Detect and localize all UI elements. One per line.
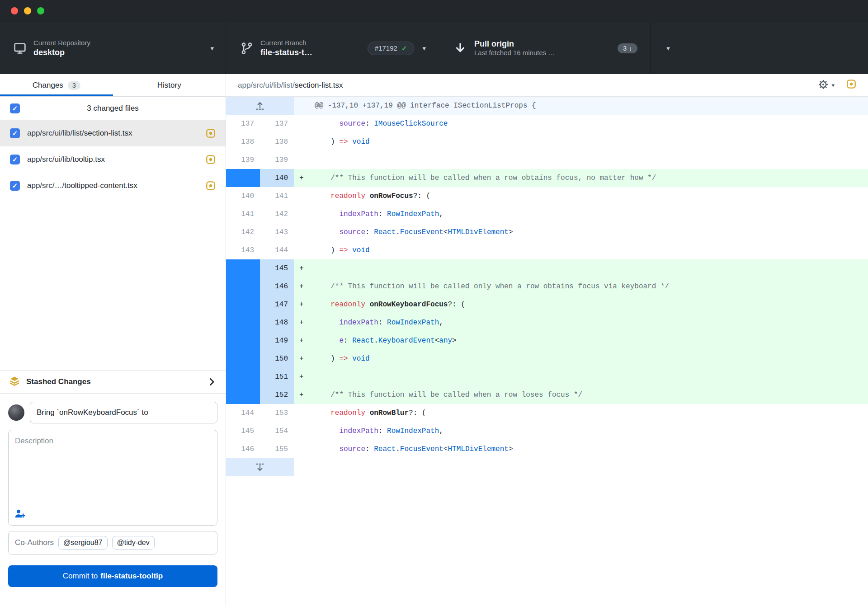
coauthor-chip[interactable]: @sergiou87 <box>58 536 108 550</box>
tab-changes[interactable]: Changes 3 <box>0 74 113 96</box>
old-line-number[interactable] <box>226 277 260 296</box>
old-line-number[interactable] <box>226 350 260 368</box>
pull-origin-button[interactable]: Pull origin Last fetched 16 minutes … 3 … <box>437 22 651 74</box>
diff-gutter[interactable]: 137137 <box>226 115 294 133</box>
new-line-number[interactable]: 154 <box>260 422 294 440</box>
commit-button[interactable]: Commit to file-status-tooltip <box>8 565 217 587</box>
diff-gutter[interactable]: 152 <box>226 386 294 404</box>
new-line-number[interactable]: 149 <box>260 332 294 350</box>
new-line-number[interactable]: 151 <box>260 368 294 386</box>
added-line-marker: + <box>299 386 322 404</box>
new-line-number[interactable]: 141 <box>260 187 294 205</box>
new-line-number[interactable]: 145 <box>260 259 294 277</box>
pr-status-badge[interactable]: #17192 ✓ <box>368 42 415 55</box>
github-desktop-window: Current Repository desktop ▾ Current Bra… <box>0 0 868 606</box>
old-line-number[interactable] <box>226 332 260 350</box>
diff-gutter[interactable]: 148 <box>226 314 294 332</box>
new-line-number[interactable]: 152 <box>260 386 294 404</box>
current-branch-dropdown[interactable]: Current Branch file-status-t… #17192 ✓ ▾ <box>226 22 437 74</box>
diff-gutter[interactable]: 142143 <box>226 223 294 241</box>
hunk-header-row: @@ -137,10 +137,19 @@ interface ISection… <box>226 97 868 115</box>
select-all-checkbox[interactable]: ✓ <box>10 103 20 113</box>
old-line-number[interactable] <box>226 368 260 386</box>
code-line: source: React.FocusEvent<HTMLDivElement> <box>294 223 868 241</box>
diff-gutter[interactable]: 141142 <box>226 205 294 223</box>
coauthors-field[interactable]: Co-Authors @sergiou87@tidy-dev <box>8 531 217 554</box>
close-window-button[interactable] <box>11 7 18 14</box>
current-repository-dropdown[interactable]: Current Repository desktop ▾ <box>0 22 226 74</box>
new-line-number[interactable]: 143 <box>260 223 294 241</box>
old-line-number[interactable]: 139 <box>226 151 260 169</box>
diff-gutter[interactable]: 147 <box>226 296 294 314</box>
old-line-number[interactable]: 146 <box>226 440 260 458</box>
diff-gutter[interactable]: 146155 <box>226 440 294 458</box>
old-line-number[interactable]: 140 <box>226 187 260 205</box>
expand-hunk-down-button[interactable] <box>226 458 294 476</box>
diff-gutter[interactable]: 149 <box>226 332 294 350</box>
old-line-number[interactable]: 145 <box>226 422 260 440</box>
diff-row: 138138 ) => void <box>226 133 868 151</box>
file-row[interactable]: ✓app/src/ui/lib/tooltip.tsx <box>0 146 226 173</box>
new-line-number[interactable]: 148 <box>260 314 294 332</box>
expand-hunk-up-button[interactable] <box>226 97 294 115</box>
diff-row: 151+ <box>226 368 868 386</box>
diff-gutter[interactable]: 145 <box>226 259 294 277</box>
new-line-number[interactable]: 146 <box>260 277 294 296</box>
old-line-number[interactable] <box>226 259 260 277</box>
diff-gutter[interactable]: 150 <box>226 350 294 368</box>
tab-history[interactable]: History <box>113 74 226 96</box>
old-line-number[interactable] <box>226 386 260 404</box>
diff-gutter[interactable]: 140141 <box>226 187 294 205</box>
pull-options-dropdown[interactable]: ▾ <box>651 22 686 74</box>
minimize-window-button[interactable] <box>24 7 31 14</box>
code-line: indexPath: RowIndexPath, <box>294 205 868 223</box>
file-row[interactable]: ✓app/src/ui/lib/list/section-list.tsx <box>0 120 226 146</box>
diff-gutter[interactable]: 140 <box>226 169 294 187</box>
old-line-number[interactable]: 144 <box>226 404 260 422</box>
commit-summary-input[interactable] <box>30 402 217 423</box>
file-path: app/src/ui/lib/tooltip.tsx <box>27 155 105 164</box>
add-coauthor-button[interactable] <box>14 508 25 519</box>
file-checkbox[interactable]: ✓ <box>10 181 20 191</box>
chevron-down-icon: ▾ <box>210 44 214 52</box>
new-line-number[interactable]: 139 <box>260 151 294 169</box>
new-line-number[interactable]: 137 <box>260 115 294 133</box>
diff-gutter[interactable]: 146 <box>226 277 294 296</box>
file-row[interactable]: ✓app/src/…/tooltipped-content.tsx <box>0 173 226 199</box>
tab-history-label: History <box>157 81 181 90</box>
old-line-number[interactable] <box>226 314 260 332</box>
old-line-number[interactable]: 137 <box>226 115 260 133</box>
new-line-number[interactable]: 142 <box>260 205 294 223</box>
old-line-number[interactable]: 143 <box>226 241 260 259</box>
new-line-number[interactable]: 138 <box>260 133 294 151</box>
diff-gutter[interactable]: 139139 <box>226 151 294 169</box>
file-checkbox[interactable]: ✓ <box>10 155 20 164</box>
file-checkbox[interactable]: ✓ <box>10 128 20 138</box>
old-line-number[interactable]: 138 <box>226 133 260 151</box>
new-line-number[interactable]: 153 <box>260 404 294 422</box>
stashed-changes-row[interactable]: Stashed Changes <box>0 370 226 394</box>
new-line-number[interactable]: 144 <box>260 241 294 259</box>
coauthor-chip[interactable]: @tidy-dev <box>112 536 155 550</box>
new-line-number[interactable]: 155 <box>260 440 294 458</box>
code-line: + e: React.KeyboardEvent<any> <box>294 332 868 350</box>
modified-status-icon <box>206 181 216 191</box>
diff-gutter[interactable]: 145154 <box>226 422 294 440</box>
new-line-number[interactable]: 150 <box>260 350 294 368</box>
diff-gutter[interactable]: 151 <box>226 368 294 386</box>
toolbar-empty-area <box>686 22 868 74</box>
diff-gutter[interactable]: 144153 <box>226 404 294 422</box>
diff-gutter[interactable]: 138138 <box>226 133 294 151</box>
diff-options-dropdown[interactable]: ▾ <box>818 79 835 91</box>
old-line-number[interactable]: 142 <box>226 223 260 241</box>
new-line-number[interactable]: 147 <box>260 296 294 314</box>
commit-description-input[interactable] <box>8 430 217 526</box>
new-line-number[interactable]: 140 <box>260 169 294 187</box>
old-line-number[interactable]: 141 <box>226 205 260 223</box>
diff-gutter[interactable]: 143144 <box>226 241 294 259</box>
old-line-number[interactable] <box>226 169 260 187</box>
code-line: + /** This function will be called only … <box>294 277 868 296</box>
diff-file-dir: app/src/ui/lib/list/ <box>238 81 295 89</box>
old-line-number[interactable] <box>226 296 260 314</box>
zoom-window-button[interactable] <box>37 7 44 14</box>
